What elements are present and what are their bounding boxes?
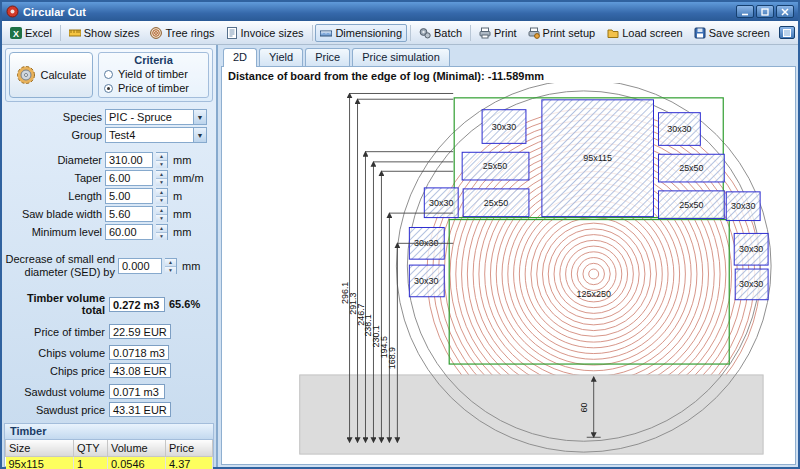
sawdust-price-value: 43.31 EUR (109, 402, 171, 417)
toolbar-button-show-sizes[interactable]: Show sizes (64, 24, 145, 42)
print-setup-icon (528, 27, 540, 39)
timber-table-section: Timber Size QTY Volume Price 95x115 (4, 423, 214, 467)
tab-2d[interactable]: 2D (223, 48, 257, 67)
toolbar-button-print-setup[interactable]: Print setup (523, 24, 601, 42)
window-title: Circular Cut (23, 6, 86, 18)
toolbar-separator (60, 25, 61, 41)
sawdust-volume-value: 0.071 m3 (109, 384, 165, 399)
taper-stepper[interactable]: ▲▼ (156, 170, 168, 186)
group-select[interactable]: Test4 ▼ (105, 127, 207, 143)
svg-text:X: X (13, 28, 19, 38)
col-header-qty[interactable]: QTY (74, 440, 108, 456)
chevron-down-icon[interactable]: ▼ (193, 128, 206, 142)
print-icon (479, 27, 491, 39)
app-window: Circular Cut X Excel Show sizes Tree rin… (0, 0, 800, 469)
board-label: 25x50 (483, 161, 507, 171)
toolbar-button-print[interactable]: Print (474, 24, 522, 42)
group-label: Group (5, 129, 102, 141)
tab-yield[interactable]: Yield (259, 48, 303, 66)
minimize-button-icon[interactable] (736, 5, 754, 18)
criteria-title: Criteria (104, 54, 203, 66)
selection-group: Species PIC - Spruce ▼ Group Test4 ▼ (5, 107, 213, 145)
saw-blade-width-field[interactable]: 5.60 (105, 206, 153, 222)
panel-toggle-icon[interactable] (779, 26, 795, 39)
taper-field[interactable]: 6.00 (105, 170, 153, 186)
save-screen-icon (694, 27, 706, 39)
species-select[interactable]: PIC - Spruce ▼ (105, 109, 207, 125)
criteria-box: Criteria Yield of timber Price of timber (98, 52, 209, 98)
taper-label: Taper (5, 172, 102, 184)
tab-strip: 2D Yield Price Price simulation (221, 47, 796, 66)
toolbar-button-tree-rings[interactable]: Tree rings (145, 24, 219, 42)
radio-icon[interactable] (104, 84, 113, 93)
sed-label: Decrease of small enddiameter (SED) by (5, 253, 115, 278)
main-area: 2D Yield Price Price simulation Distance… (218, 45, 798, 467)
dimensioning-icon (320, 27, 332, 39)
saw-blade-width-label: Saw blade width (5, 208, 102, 220)
sawdust-volume-label: Sawdust volume (5, 386, 105, 398)
toolbar: X Excel Show sizes Tree rings Invoice si… (2, 21, 798, 45)
chips-volume-value: 0.0718 m3 (109, 345, 169, 360)
sed-field[interactable]: 0.000 (118, 258, 162, 274)
sidebar: Calculate Criteria Yield of timber Price… (2, 45, 218, 467)
toolbar-button-load-screen[interactable]: Load screen (602, 24, 688, 42)
diameter-stepper[interactable]: ▲▼ (156, 152, 168, 168)
chips-price-label: Chips price (5, 365, 105, 377)
sed-group: Decrease of small enddiameter (SED) by 0… (5, 253, 213, 278)
board-label: 30x30 (667, 125, 691, 135)
timber-volume-label: Timber volume total (5, 292, 105, 316)
length-stepper[interactable]: ▲▼ (156, 188, 168, 204)
minimum-level-label: Minimum level (5, 226, 102, 238)
table-row[interactable]: 95x115 1 0.0546 4.37 (6, 456, 213, 469)
tab-price-simulation[interactable]: Price simulation (352, 48, 450, 66)
maximize-button-icon[interactable] (756, 5, 774, 18)
batch-icon (419, 27, 431, 39)
minimum-level-stepper[interactable]: ▲▼ (156, 224, 168, 240)
toolbar-button-excel[interactable]: X Excel (5, 24, 57, 42)
length-label: Length (5, 190, 102, 202)
board-label: 25x50 (484, 198, 508, 208)
saw-blade-width-stepper[interactable]: ▲▼ (156, 206, 168, 222)
board-label: 25x50 (679, 200, 703, 210)
diagram-canvas[interactable]: 30x30 30x30 25x50 95x115 25x50 30x30 25x… (222, 83, 795, 464)
board-label: 30x30 (492, 122, 516, 132)
close-button-icon[interactable] (776, 5, 794, 18)
svg-text:60: 60 (579, 403, 589, 413)
diameter-field[interactable]: 310.00 (105, 152, 153, 168)
toolbar-separator (470, 25, 471, 41)
toolbar-button-batch[interactable]: Batch (414, 24, 467, 42)
invoice-sizes-icon (226, 27, 238, 39)
calculate-button[interactable]: Calculate (9, 52, 93, 98)
distance-heading: Distance of board from the edge of log (… (222, 67, 795, 83)
toolbar-button-invoice-sizes[interactable]: Invoice sizes (221, 24, 309, 42)
toolbar-button-save-screen[interactable]: Save screen (689, 24, 775, 42)
show-sizes-icon (69, 27, 81, 39)
chips-price-value: 43.08 EUR (109, 363, 171, 378)
sed-stepper[interactable]: ▲▼ (165, 258, 177, 274)
col-header-price[interactable]: Price (166, 440, 213, 456)
col-header-volume[interactable]: Volume (108, 440, 166, 456)
minimum-level-field[interactable]: 60.00 (105, 224, 153, 240)
parameters-group: Diameter 310.00 ▲▼ mm Taper 6.00 ▲▼ mm/m… (5, 150, 213, 242)
toolbar-separator (312, 25, 313, 41)
species-label: Species (5, 111, 102, 123)
tab-price[interactable]: Price (305, 48, 350, 66)
toolbar-button-dimensioning[interactable]: Dimensioning (315, 24, 407, 42)
timber-volume-value: 0.272 m3 (109, 297, 165, 312)
radio-price-of-timber[interactable]: Price of timber (104, 82, 203, 94)
radio-yield-of-timber[interactable]: Yield of timber (104, 68, 203, 80)
board-label: 30x30 (429, 198, 453, 208)
board-label: 30x30 (739, 244, 763, 254)
board-label: 95x115 (583, 153, 612, 163)
length-field[interactable]: 5.00 (105, 188, 153, 204)
app-icon (6, 5, 19, 18)
radio-icon[interactable] (104, 70, 113, 79)
ground-band (300, 375, 763, 454)
timber-volume-percent: 65.6% (169, 298, 200, 310)
chevron-down-icon[interactable]: ▼ (193, 110, 206, 124)
title-bar: Circular Cut (2, 2, 798, 21)
chips-volume-label: Chips volume (5, 347, 105, 359)
timber-section-title: Timber (5, 424, 213, 440)
board-label: 30x30 (739, 279, 763, 289)
col-header-size[interactable]: Size (6, 440, 74, 456)
